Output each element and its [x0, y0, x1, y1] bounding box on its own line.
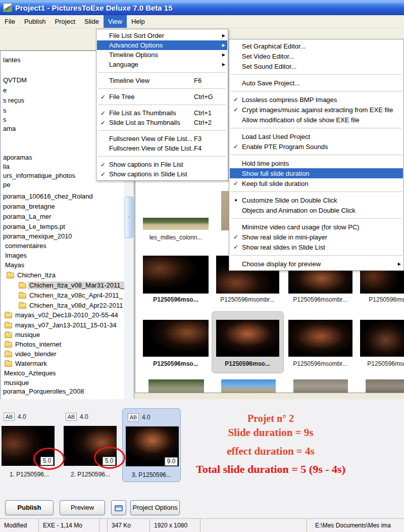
- menu-item[interactable]: ✓Crypt images/music against extracting f…: [230, 105, 403, 115]
- menu-item[interactable]: ✓Keep full slide duration: [230, 178, 403, 188]
- menubar-item-project[interactable]: Project: [50, 15, 80, 28]
- tree-item[interactable]: mayas_v07_Jan13-2011_15-01-34: [14, 321, 118, 329]
- menu-item[interactable]: Auto Save Project...: [230, 78, 403, 88]
- menu-item[interactable]: ✓File List as ThumbnailsCtrl+1: [97, 108, 227, 118]
- file-thumbnail[interactable]: [143, 218, 209, 230]
- effect-duration-value: 4.0: [18, 413, 26, 420]
- tree-item[interactable]: porama_Porquerolles_2008: [2, 388, 85, 396]
- menubar-item-file[interactable]: File: [0, 15, 20, 28]
- annotation-line: Projet n° 2: [181, 413, 361, 424]
- preview-button[interactable]: Preview: [60, 500, 105, 515]
- tree-item[interactable]: commentaires: [4, 242, 48, 250]
- tree-item[interactable]: porama_bretagne: [2, 203, 57, 211]
- tree-item[interactable]: s: [2, 116, 8, 124]
- tree-item[interactable]: Chichen_Itza_v08_Mar31-2011_: [28, 281, 126, 289]
- mini-player-button[interactable]: [111, 500, 126, 515]
- slide-card[interactable]: AB4.05.02. P1250596...: [63, 408, 118, 482]
- menu-item[interactable]: ✓Show real slides in Slide List: [230, 242, 403, 252]
- menubar-item-view[interactable]: View: [104, 15, 127, 28]
- menu-item[interactable]: ✓Slide List as ThumbnailsCtrl+2: [97, 118, 227, 127]
- menubar-item-help[interactable]: Help: [127, 15, 149, 28]
- menubar-item-publish[interactable]: Publish: [20, 15, 50, 28]
- menu-item[interactable]: ✓Enable PTE Program Sounds: [230, 141, 403, 152]
- menu-item[interactable]: File List Sort Order▶: [97, 31, 227, 40]
- file-thumbnail[interactable]: [143, 256, 209, 294]
- file-thumbnail[interactable]: [360, 320, 404, 357]
- file-thumbnail[interactable]: [221, 379, 276, 393]
- menu-item[interactable]: ✓Show captions in Slide List: [97, 169, 227, 179]
- tree-item[interactable]: lia: [2, 163, 11, 171]
- tree-item[interactable]: musique: [14, 331, 41, 339]
- menu-item[interactable]: ✓Show real slide in mini-player: [230, 232, 403, 242]
- tree-item[interactable]: s reçus: [2, 96, 26, 105]
- tree-item[interactable]: Mexico_Azteques: [3, 369, 58, 377]
- tree-item[interactable]: Images: [4, 252, 28, 260]
- file-thumbnail[interactable]: [143, 320, 209, 357]
- file-thumbnail[interactable]: [216, 320, 279, 357]
- ab-transition-badge[interactable]: AB: [4, 413, 15, 421]
- folder-icon: [5, 313, 12, 318]
- tree-item[interactable]: musique: [3, 379, 30, 387]
- tree-item[interactable]: urs_informatique_photos: [2, 172, 77, 180]
- publish-button[interactable]: Publish: [5, 500, 54, 515]
- status-cell: 347 Ko: [108, 519, 150, 532]
- menu-item[interactable]: Language▶: [97, 60, 227, 69]
- tree-item[interactable]: mayas_v02_Dec18-2010_20-55-44: [14, 311, 120, 319]
- tree-item[interactable]: pe: [2, 181, 12, 189]
- tree-item[interactable]: porama_mexique_2010: [2, 232, 74, 240]
- menu-item[interactable]: Set Graphical Editor...: [230, 41, 403, 51]
- tree-item[interactable]: Watermark: [14, 360, 48, 368]
- menu-item[interactable]: ✓Show captions in File List: [97, 160, 227, 169]
- ab-transition-badge[interactable]: AB: [128, 413, 139, 421]
- menu-item[interactable]: Fullscreen View of Slide List...F4: [97, 143, 227, 153]
- menu-item[interactable]: Load Last Used Project: [230, 131, 403, 141]
- menu-item[interactable]: Timeline ViewF6: [97, 76, 227, 85]
- tree-item[interactable]: video_blender: [14, 350, 58, 358]
- menu-item[interactable]: Objects and Animation on Double Click: [230, 205, 403, 215]
- menu-item[interactable]: Timeline Options▶: [97, 50, 227, 60]
- menu-item[interactable]: ✓Lossless compress BMP Images: [230, 94, 403, 105]
- menu-item[interactable]: Set Video Editor...: [230, 51, 403, 61]
- tree-item[interactable]: s: [2, 107, 8, 115]
- tree-item[interactable]: Chichen_Itza: [16, 271, 57, 279]
- tree-item[interactable]: ama: [2, 125, 17, 133]
- tree-item[interactable]: Photos_internet: [14, 341, 63, 349]
- title-bar[interactable]: Project1 - PicturesToExe Deluxe 7.0 Beta…: [0, 0, 404, 15]
- menu-item[interactable]: Advanced Options▶: [97, 40, 227, 50]
- file-caption: P1250596msombr...: [285, 360, 356, 367]
- file-thumbnail[interactable]: [293, 379, 348, 393]
- menu-item[interactable]: Show full slide duration: [230, 168, 403, 178]
- menu-item[interactable]: ●Customize Slide on Double Click: [230, 195, 403, 205]
- file-thumbnail[interactable]: [288, 320, 352, 357]
- tree-item[interactable]: porama_Le_temps.pt: [2, 223, 67, 231]
- slide-caption: 1. P1250596...: [2, 471, 57, 478]
- menu-item[interactable]: Hold time points: [230, 158, 403, 168]
- tree-item[interactable]: Mayas: [4, 261, 26, 269]
- file-thumbnail[interactable]: [221, 191, 229, 230]
- tree-vscroll-thumb[interactable]: ≡: [125, 197, 133, 238]
- menu-item[interactable]: Fullscreen View of File List...F3: [97, 134, 227, 143]
- file-caption: P1250596mso...: [140, 360, 211, 367]
- annotation-line: Slide duration = 9s: [181, 426, 361, 439]
- tree-item[interactable]: Chichen_Itza_v08c_Apr4-2011_: [28, 292, 124, 300]
- file-thumbnail[interactable]: [148, 379, 204, 393]
- tree-item[interactable]: e: [2, 86, 8, 94]
- tree-item[interactable]: aporamas: [2, 154, 34, 162]
- menu-item[interactable]: Minimize video card usage (for slow PC): [230, 222, 403, 232]
- menu-item[interactable]: Choose display for preview▶: [230, 259, 403, 269]
- file-thumbnail[interactable]: [366, 379, 404, 393]
- menu-item[interactable]: ✓File TreeCtrl+G: [97, 92, 227, 102]
- tree-item[interactable]: porama_100616_chez_Roland: [2, 192, 94, 201]
- menu-item[interactable]: Allow modification of slide show EXE fil…: [230, 115, 403, 125]
- tree-item[interactable]: QVTDM: [2, 76, 28, 84]
- tree-item[interactable]: porama_La_mer: [2, 213, 53, 221]
- slide-card[interactable]: AB4.09.03. P1250596...: [122, 408, 181, 482]
- project-options-button[interactable]: Project Options: [130, 500, 180, 515]
- menubar-item-slide[interactable]: Slide: [80, 15, 104, 28]
- tree-item[interactable]: lantes: [2, 56, 22, 64]
- menu-item[interactable]: Set Sound Editor...: [230, 61, 403, 71]
- menu-shortcut: Ctrl+G: [194, 93, 225, 101]
- ab-transition-badge[interactable]: AB: [66, 413, 77, 421]
- tree-item[interactable]: Chichen_Itza_v08d_Apr22-2011: [28, 302, 125, 310]
- slide-card[interactable]: AB4.05.01. P1250596...: [2, 408, 57, 482]
